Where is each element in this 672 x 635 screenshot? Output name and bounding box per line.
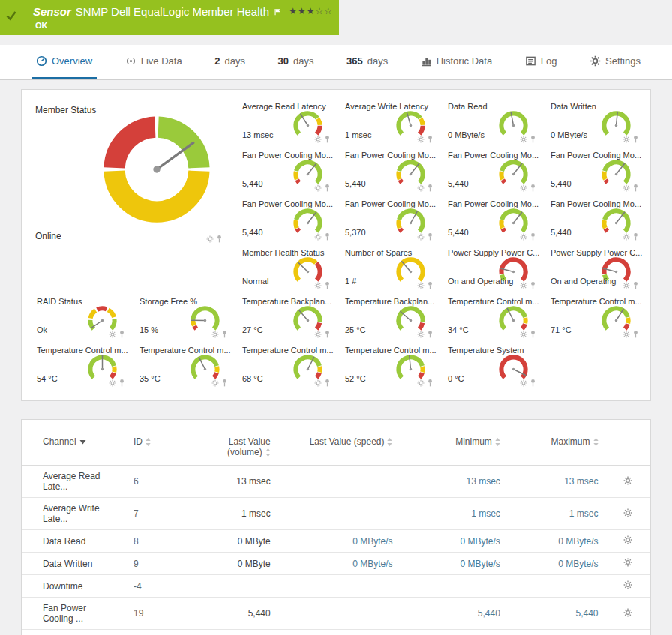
gear-icon[interactable] — [314, 184, 322, 192]
pin-icon[interactable] — [427, 281, 434, 289]
gear-icon[interactable] — [314, 331, 322, 338]
pin-icon[interactable] — [216, 235, 223, 243]
gauge-member-status[interactable]: Member Status Online — [28, 97, 233, 292]
col-header-channel[interactable]: Channel — [22, 430, 126, 466]
gauge-fan-power-cooling-mo[interactable]: Fan Power Cooling Mo...5,440 — [233, 195, 336, 244]
pin-icon[interactable] — [427, 232, 434, 241]
gear-icon[interactable] — [314, 379, 322, 387]
gauge-average-read-latency[interactable]: Average Read Latency13 msec — [233, 97, 336, 146]
gear-icon[interactable] — [520, 184, 527, 192]
pin-icon[interactable] — [324, 135, 331, 143]
gauge-power-supply-power-c[interactable]: Power Supply Power C...On and Operating — [439, 244, 542, 292]
gauge-temperature-control-m[interactable]: Temperature Control m...71 °C — [542, 292, 644, 341]
col-header-minimum[interactable]: Minimum — [400, 430, 507, 466]
gauge-temperature-backplan[interactable]: Temperature Backplan...25 °C — [336, 292, 439, 341]
gauge-power-supply-power-c[interactable]: Power Supply Power C...On and Operating — [542, 244, 644, 292]
gear-icon[interactable] — [314, 282, 322, 289]
pin-icon[interactable] — [530, 281, 536, 289]
pin-icon[interactable] — [324, 281, 331, 289]
col-header-id[interactable]: ID — [126, 430, 185, 466]
tab-settings[interactable]: Settings — [585, 45, 645, 79]
gear-icon[interactable] — [212, 331, 219, 338]
channel-link[interactable]: Fan Power Cooling ... — [43, 603, 86, 624]
gear-icon[interactable] — [417, 233, 424, 241]
gear-icon[interactable] — [417, 136, 424, 143]
gauge-temperature-control-m[interactable]: Temperature Control m...54 °C — [28, 341, 130, 390]
pin-icon[interactable] — [427, 184, 434, 192]
gear-icon[interactable] — [417, 379, 424, 387]
pin-icon[interactable] — [530, 135, 536, 143]
channel-link[interactable]: Downtime — [43, 581, 82, 592]
channel-settings-icon[interactable] — [623, 508, 632, 517]
col-header-last-value-volume[interactable]: Last Value (volume) — [185, 430, 278, 466]
gear-icon[interactable] — [314, 136, 322, 143]
pin-icon[interactable] — [427, 330, 434, 338]
gear-icon[interactable] — [520, 282, 527, 289]
gear-icon[interactable] — [206, 235, 214, 243]
channel-link[interactable]: Data Read — [43, 536, 86, 547]
pin-icon[interactable] — [324, 184, 331, 192]
pin-icon[interactable] — [530, 184, 536, 192]
pin-icon[interactable] — [632, 184, 639, 192]
col-header-maximum[interactable]: Maximum — [508, 430, 606, 466]
gauge-fan-power-cooling-mo[interactable]: Fan Power Cooling Mo...5,440 — [439, 195, 542, 244]
tab-historic-data[interactable]: Historic Data — [416, 45, 496, 79]
pin-icon[interactable] — [632, 232, 639, 241]
gauge-member-health-status[interactable]: Member Health StatusNormal — [233, 244, 336, 292]
gauge-number-of-spares[interactable]: Number of Spares1 # — [336, 244, 439, 292]
pin-icon[interactable] — [632, 281, 639, 289]
gear-icon[interactable] — [622, 233, 630, 241]
gauge-temperature-system[interactable]: Temperature System0 °C — [439, 341, 542, 390]
tab-live-data[interactable]: Live Data — [121, 45, 187, 79]
channel-settings-icon[interactable] — [623, 580, 632, 589]
gauge-fan-power-cooling-mo[interactable]: Fan Power Cooling Mo...5,440 — [233, 146, 336, 195]
gear-icon[interactable] — [520, 331, 527, 338]
pin-icon[interactable] — [118, 379, 125, 387]
pin-icon[interactable] — [427, 135, 434, 143]
pin-icon[interactable] — [632, 330, 639, 338]
tab-log[interactable]: Log — [520, 45, 562, 79]
gear-icon[interactable] — [417, 184, 424, 192]
gear-icon[interactable] — [520, 136, 527, 143]
gauge-fan-power-cooling-mo[interactable]: Fan Power Cooling Mo...5,440 — [439, 146, 542, 195]
gear-icon[interactable] — [622, 136, 630, 143]
channel-link[interactable]: Average Write Late... — [43, 503, 100, 524]
channel-settings-icon[interactable] — [623, 535, 632, 544]
gauge-storage-free[interactable]: Storage Free %15 % — [130, 292, 233, 341]
pin-icon[interactable] — [324, 379, 331, 387]
gauge-data-written[interactable]: Data Written0 MByte/s — [542, 97, 644, 146]
gauge-raid-status[interactable]: RAID StatusOk — [28, 292, 130, 341]
gear-icon[interactable] — [520, 233, 527, 241]
gear-icon[interactable] — [109, 331, 116, 338]
gauge-temperature-backplan[interactable]: Temperature Backplan...27 °C — [233, 292, 336, 341]
gear-icon[interactable] — [109, 379, 116, 387]
pin-icon[interactable] — [530, 379, 536, 387]
pin-icon[interactable] — [530, 232, 536, 241]
channel-settings-icon[interactable] — [623, 558, 632, 567]
tab-overview[interactable]: Overview — [32, 45, 97, 79]
pin-icon[interactable] — [324, 330, 331, 338]
tab-2-days[interactable]: 2days — [210, 45, 250, 79]
priority-stars[interactable]: ★★★☆☆ — [289, 6, 333, 16]
flag-icon[interactable] — [274, 7, 282, 16]
gauge-temperature-control-m[interactable]: Temperature Control m...68 °C — [233, 341, 336, 390]
tab-30-days[interactable]: 30days — [274, 45, 319, 79]
gear-icon[interactable] — [622, 184, 630, 192]
pin-icon[interactable] — [632, 135, 639, 143]
pin-icon[interactable] — [221, 379, 228, 387]
pin-icon[interactable] — [324, 232, 331, 241]
channel-link[interactable]: Average Read Late... — [43, 471, 100, 492]
channel-link[interactable]: Data Written — [43, 559, 92, 569]
gear-icon[interactable] — [314, 233, 322, 241]
gear-icon[interactable] — [212, 379, 219, 387]
gear-icon[interactable] — [520, 379, 527, 387]
gauge-temperature-control-m[interactable]: Temperature Control m...34 °C — [439, 292, 542, 341]
channel-settings-icon[interactable] — [623, 608, 632, 617]
gauge-fan-power-cooling-mo[interactable]: Fan Power Cooling Mo...5,440 — [542, 146, 644, 195]
pin-icon[interactable] — [118, 330, 125, 338]
col-header-last-value-speed[interactable]: Last Value (speed) — [278, 430, 400, 466]
gear-icon[interactable] — [417, 331, 424, 338]
gauge-fan-power-cooling-mo[interactable]: Fan Power Cooling Mo...5,370 — [336, 195, 439, 244]
gauge-temperature-control-m[interactable]: Temperature Control m...52 °C — [336, 341, 439, 390]
tab-365-days[interactable]: 365days — [342, 45, 392, 79]
